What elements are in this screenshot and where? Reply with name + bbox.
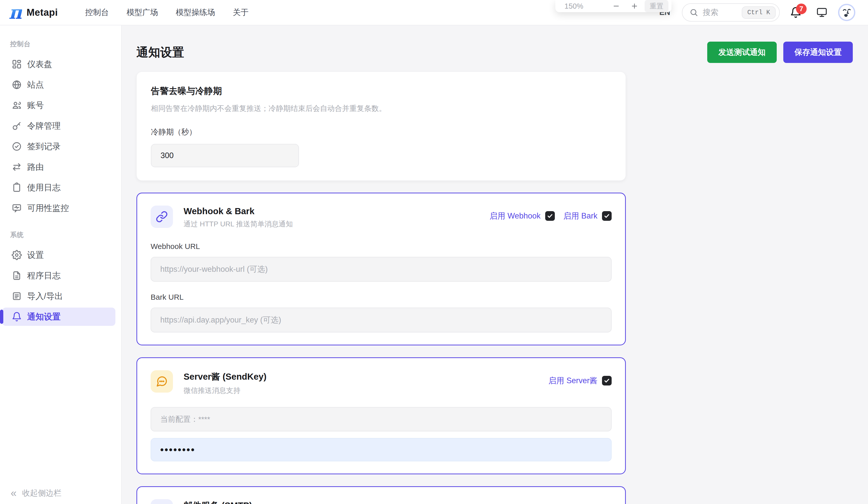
nav-console[interactable]: 控制台 xyxy=(85,7,109,18)
check-icon xyxy=(603,377,610,384)
sidebar-item-label: 账号 xyxy=(27,100,44,111)
message-circle-icon xyxy=(156,375,168,387)
link-icon-box xyxy=(151,205,173,228)
cooldown-card-description: 相同告警在冷静期内不会重复推送；冷静期结束后会自动合并重复条数。 xyxy=(151,103,611,114)
enable-serverchan-group: 启用 Server酱 xyxy=(548,375,612,386)
avatar-face-icon xyxy=(840,5,854,20)
sidebar-item-accounts[interactable]: 账号 xyxy=(2,96,115,114)
bell-icon xyxy=(12,312,22,322)
theme-display-button[interactable] xyxy=(816,7,827,18)
nav-about[interactable]: 关于 xyxy=(233,7,248,18)
sidebar-item-label: 导入/导出 xyxy=(27,291,63,302)
cooldown-card: 告警去噪与冷静期 相同告警在冷静期内不会重复推送；冷静期结束后会自动合并重复条数… xyxy=(136,72,626,181)
sidebar-item-settings[interactable]: 设置 xyxy=(2,246,115,264)
sidebar-item-dashboard[interactable]: 仪表盘 xyxy=(2,55,115,73)
file-text-icon xyxy=(12,271,22,281)
search-placeholder: 搜索 xyxy=(703,7,719,18)
zoom-in-button[interactable] xyxy=(630,1,639,11)
sidebar-section-system: 系统 xyxy=(10,230,121,239)
double-chevron-left-icon: « xyxy=(11,488,17,498)
sidebar-item-import-export[interactable]: 导入/导出 xyxy=(2,287,115,305)
webhook-card-title: Webhook & Bark xyxy=(184,206,293,216)
sidebar-item-label: 站点 xyxy=(27,79,44,91)
notifications-button[interactable]: 7 xyxy=(790,7,802,18)
monitor-pulse-icon xyxy=(12,203,22,213)
pi-logo-icon: π xyxy=(9,3,22,22)
sidebar-item-sites[interactable]: 站点 xyxy=(2,75,115,94)
zoom-level: 150% xyxy=(565,2,583,10)
sidebar-item-usage-logs[interactable]: 使用日志 xyxy=(2,179,115,197)
sidebar-item-notification-settings[interactable]: 通知设置 xyxy=(2,308,115,326)
brand[interactable]: π Metapi xyxy=(9,3,58,22)
search-input[interactable]: 搜索 Ctrl K xyxy=(682,3,780,22)
webhook-url-label: Webhook URL xyxy=(151,242,612,251)
page-actions: 发送测试通知 保存通知设置 xyxy=(707,42,853,63)
app-root: π Metapi 控制台 模型广场 模型操练场 关于 EN 搜索 Ctrl K … xyxy=(0,0,868,504)
enable-bark-group: 启用 Bark xyxy=(564,211,612,221)
sidebar-item-routes[interactable]: 路由 xyxy=(2,158,115,176)
plus-icon xyxy=(631,2,638,10)
send-test-notification-button[interactable]: 发送测试通知 xyxy=(707,42,777,63)
check-icon xyxy=(547,213,553,219)
link-icon xyxy=(156,211,168,223)
serverchan-card-controls: 启用 Server酱 xyxy=(548,370,612,386)
enable-serverchan-label[interactable]: 启用 Server酱 xyxy=(548,375,597,386)
users-icon xyxy=(12,100,22,110)
main-content: 通知设置 发送测试通知 保存通知设置 告警去噪与冷静期 相同告警在冷静期内不会重… xyxy=(122,26,868,504)
clipboard-icon xyxy=(12,182,22,193)
sidebar-item-availability[interactable]: 可用性监控 xyxy=(2,199,115,217)
notification-badge: 7 xyxy=(796,3,807,14)
mail-icon-box xyxy=(151,499,173,504)
serverchan-card: Server酱 (SendKey) 微信推送消息支持 启用 Server酱 当前… xyxy=(136,357,626,474)
brand-name: Metapi xyxy=(27,7,58,18)
header-right: EN 搜索 Ctrl K 7 xyxy=(659,3,855,22)
sidebar-item-label: 程序日志 xyxy=(27,270,61,281)
zoom-reset-button[interactable]: 重置 xyxy=(644,0,669,12)
top-navbar: π Metapi 控制台 模型广场 模型操练场 关于 EN 搜索 Ctrl K … xyxy=(0,0,868,26)
enable-serverchan-checkbox[interactable] xyxy=(602,376,612,385)
key-icon xyxy=(12,121,22,131)
enable-webhook-label[interactable]: 启用 Webhook xyxy=(490,211,541,221)
webhook-card-header: Webhook & Bark 通过 HTTP URL 推送简单消息通知 启用 W… xyxy=(151,205,612,229)
serverchan-card-header: Server酱 (SendKey) 微信推送消息支持 启用 Server酱 xyxy=(151,370,612,395)
serverchan-sendkey-input[interactable]: •••••••• xyxy=(151,438,612,461)
nav-model-market[interactable]: 模型广场 xyxy=(126,7,158,18)
sidebar-item-app-logs[interactable]: 程序日志 xyxy=(2,266,115,285)
cooldown-seconds-input[interactable] xyxy=(151,144,299,167)
main-nav: 控制台 模型广场 模型操练场 关于 xyxy=(85,7,248,18)
webhook-card-heading: Webhook & Bark 通过 HTTP URL 推送简单消息通知 xyxy=(184,205,293,229)
enable-webhook-group: 启用 Webhook xyxy=(490,211,555,221)
enable-webhook-checkbox[interactable] xyxy=(545,211,555,221)
enable-bark-label[interactable]: 启用 Bark xyxy=(564,211,597,221)
minus-icon xyxy=(612,2,620,10)
webhook-card-controls: 启用 Webhook 启用 Bark xyxy=(490,205,612,221)
globe-icon xyxy=(12,80,22,90)
sidebar-item-label: 路由 xyxy=(27,161,44,173)
serverchan-card-heading: Server酱 (SendKey) 微信推送消息支持 xyxy=(184,370,267,395)
zoom-out-button[interactable] xyxy=(612,1,621,11)
serverchan-current-config: 当前配置：**** xyxy=(151,407,612,431)
nav-model-playground[interactable]: 模型操练场 xyxy=(176,7,215,18)
save-notification-settings-button[interactable]: 保存通知设置 xyxy=(783,42,853,63)
webhook-card-subtitle: 通过 HTTP URL 推送简单消息通知 xyxy=(184,219,293,229)
enable-bark-checkbox[interactable] xyxy=(602,211,612,221)
sidebar-item-label: 可用性监控 xyxy=(27,202,69,214)
webhook-url-input[interactable] xyxy=(151,257,612,282)
sidebar: 控制台 仪表盘 站点 账号 令牌管理 签到记录 路由 使用日志 xyxy=(0,26,122,504)
sidebar-item-label: 仪表盘 xyxy=(27,59,52,70)
bark-url-input[interactable] xyxy=(151,308,612,332)
smtp-card-title: 邮件服务 (SMTP) xyxy=(184,500,255,504)
sidebar-item-tokens[interactable]: 令牌管理 xyxy=(2,117,115,135)
collapse-sidebar-button[interactable]: « 收起侧边栏 xyxy=(11,488,61,498)
sidebar-item-checkin[interactable]: 签到记录 xyxy=(2,137,115,155)
webhook-bark-card: Webhook & Bark 通过 HTTP URL 推送简单消息通知 启用 W… xyxy=(136,193,626,345)
check-circle-icon xyxy=(12,141,22,151)
sidebar-item-label: 使用日志 xyxy=(27,182,61,193)
dashboard-icon xyxy=(12,59,22,69)
cooldown-field-label: 冷静期（秒） xyxy=(151,127,611,137)
bark-url-label: Bark URL xyxy=(151,293,612,302)
check-icon xyxy=(603,213,610,219)
user-avatar[interactable] xyxy=(838,4,855,21)
page-header: 通知设置 发送测试通知 保存通知设置 xyxy=(136,42,853,63)
sidebar-item-label: 设置 xyxy=(27,250,44,261)
